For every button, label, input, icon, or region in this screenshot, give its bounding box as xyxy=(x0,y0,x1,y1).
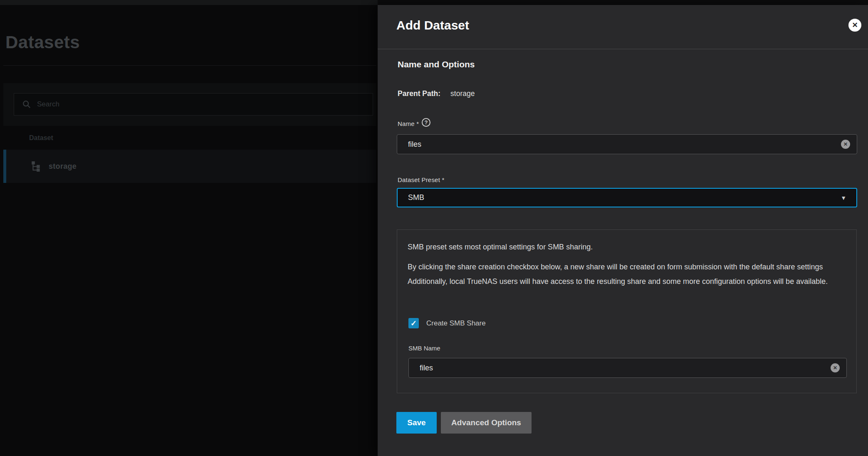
close-button[interactable]: ✕ xyxy=(848,19,861,32)
header-divider xyxy=(3,65,376,66)
dataset-row-label: storage xyxy=(49,162,77,171)
name-input[interactable] xyxy=(397,135,841,154)
parent-path: Parent Path:storage xyxy=(398,89,475,98)
clear-icon: ✕ xyxy=(843,142,848,147)
modal-backdrop[interactable]: Datasets Dataset xyxy=(0,5,378,456)
smb-name-label: SMB Name xyxy=(408,345,440,352)
name-field: ✕ xyxy=(397,134,857,154)
column-header-dataset: Dataset xyxy=(29,134,53,142)
chevron-down-icon: ▼ xyxy=(841,195,846,201)
search-input[interactable] xyxy=(37,100,373,108)
search-icon xyxy=(22,100,31,109)
panel-title: Add Dataset xyxy=(396,18,469,32)
datasets-toolbar xyxy=(3,83,376,126)
create-smb-share-label: Create SMB Share xyxy=(426,319,486,328)
smb-name-clear-button[interactable]: ✕ xyxy=(831,363,840,372)
preset-info-line2: By clicking the share creation checkbox … xyxy=(408,260,845,288)
smb-name-field: ✕ xyxy=(408,358,847,378)
clear-icon: ✕ xyxy=(833,365,837,370)
create-smb-share-checkbox[interactable]: ✓ xyxy=(408,318,419,328)
name-clear-button[interactable]: ✕ xyxy=(841,140,850,149)
save-button[interactable]: Save xyxy=(396,412,437,434)
topbar-right-strip xyxy=(378,0,868,5)
parent-path-label: Parent Path: xyxy=(398,89,440,98)
preset-field-label: Dataset Preset * xyxy=(398,176,444,183)
search-box[interactable] xyxy=(14,93,373,116)
form-actions: Save Advanced Options xyxy=(396,412,532,434)
preset-selected-value: SMB xyxy=(398,193,841,202)
preset-info-line1: SMB preset sets most optimal settings fo… xyxy=(408,240,846,254)
page-title: Datasets xyxy=(5,32,80,52)
smb-preset-info-box: SMB preset sets most optimal settings fo… xyxy=(397,229,857,393)
topbar-left-strip xyxy=(0,0,378,5)
close-icon: ✕ xyxy=(852,22,858,29)
advanced-options-button[interactable]: Advanced Options xyxy=(441,412,532,434)
add-dataset-panel: Add Dataset ✕ Name and Options Parent Pa… xyxy=(378,5,868,456)
table-header-row: Dataset xyxy=(3,126,376,150)
create-smb-share-row: ✓ Create SMB Share xyxy=(408,318,486,328)
smb-name-input[interactable] xyxy=(409,358,831,377)
screen: Datasets Dataset xyxy=(0,0,868,456)
dataset-preset-select[interactable]: SMB ▼ xyxy=(397,188,857,207)
section-heading: Name and Options xyxy=(398,59,475,69)
name-field-label: Name * xyxy=(398,120,419,127)
help-icon[interactable]: ? xyxy=(422,118,430,127)
dataset-row-storage: storage xyxy=(3,150,376,183)
checkmark-icon: ✓ xyxy=(411,320,417,327)
panel-title-divider xyxy=(378,49,868,49)
dataset-tree-icon xyxy=(30,160,42,172)
parent-path-value: storage xyxy=(450,89,475,98)
